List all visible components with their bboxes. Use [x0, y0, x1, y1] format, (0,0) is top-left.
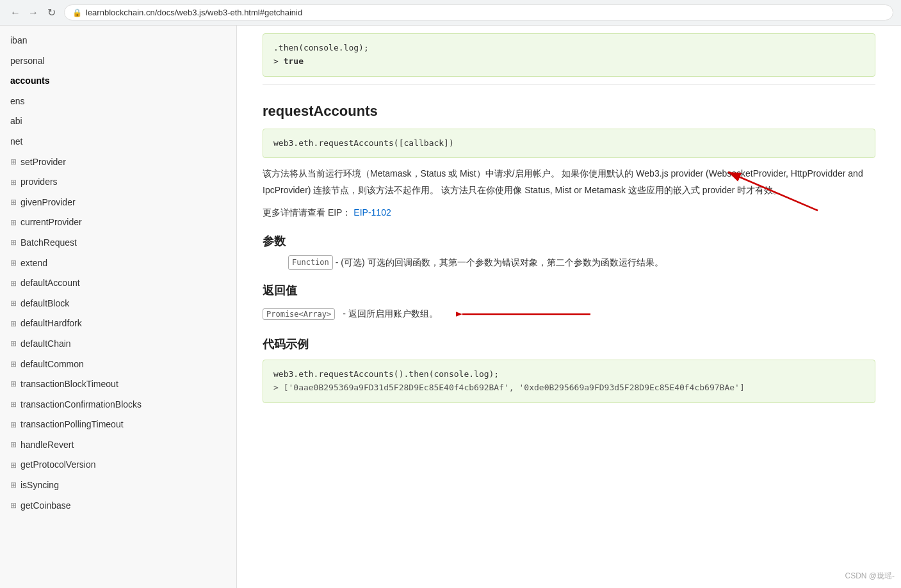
watermark: CSDN @珑瑶-	[845, 571, 895, 582]
sidebar-item-label: extend	[20, 257, 47, 270]
code-example-heading: 代码示例	[263, 337, 875, 352]
description-text: 该方法将从当前运行环境（Metamask，Status 或 Mist）中请求/启…	[263, 166, 875, 198]
sidebar-item-issyncing[interactable]: ⊞isSyncing	[0, 475, 236, 496]
param-list: Function - (可选) 可选的回调函数，其第一个参数为错误对象，第二个参…	[275, 255, 875, 270]
sidebar-item-label: currentProvider	[20, 216, 82, 229]
sidebar-item-label: abi	[10, 115, 22, 128]
sidebar-item-label: BatchRequest	[20, 237, 77, 250]
params-heading: 参数	[263, 234, 875, 249]
sidebar-item-providers[interactable]: ⊞providers	[0, 172, 236, 193]
code-example-block: web3.eth.requestAccounts().then(console.…	[263, 360, 875, 403]
plus-icon: ⊞	[10, 218, 17, 228]
sidebar-item-currentprovider[interactable]: ⊞currentProvider	[0, 212, 236, 233]
sidebar-item-defaulthardfork[interactable]: ⊞defaultHardfork	[0, 314, 236, 334]
forward-button[interactable]: →	[26, 5, 41, 20]
sidebar-item-getprotocolversion[interactable]: ⊞getProtocolVersion	[0, 455, 236, 475]
sidebar-item-label: transactionPollingTimeout	[20, 418, 124, 431]
sidebar-item-handlerevert[interactable]: ⊞handleRevert	[0, 435, 236, 456]
reload-button[interactable]: ↻	[44, 5, 59, 20]
section-divider	[263, 84, 875, 85]
plus-icon: ⊞	[10, 278, 17, 289]
promise-array-tag: Promise<Array>	[263, 308, 335, 320]
sidebar-item-defaultchain[interactable]: ⊞defaultChain	[0, 334, 236, 354]
sidebar-item-defaultblock[interactable]: ⊞defaultBlock	[0, 294, 236, 314]
sidebar-item-iban[interactable]: iban	[0, 31, 236, 51]
sidebar-item-ens[interactable]: ens	[0, 91, 236, 112]
sidebar-item-net[interactable]: net	[0, 132, 236, 152]
sidebar-item-transactionpollingtimeout[interactable]: ⊞transactionPollingTimeout	[0, 415, 236, 435]
plus-icon: ⊞	[10, 420, 17, 431]
code-example-line1: web3.eth.requestAccounts().then(console.…	[273, 368, 864, 381]
top-code-block: .then(console.log); > true	[263, 33, 875, 77]
sidebar-item-label: ens	[10, 95, 25, 108]
arrow-annotation-2	[456, 305, 597, 324]
sidebar-item-label: transactionBlockTimeout	[20, 378, 118, 391]
returns-description: - 返回所启用账户数组。	[343, 308, 438, 320]
sidebar-item-label: accounts	[10, 75, 49, 88]
plus-icon: ⊞	[10, 177, 17, 188]
url-text: learnblockchain.cn/docs/web3.js/web3-eth…	[86, 8, 302, 17]
sidebar-item-label: getProtocolVersion	[20, 459, 96, 472]
sidebar-item-label: defaultChain	[20, 338, 71, 351]
syntax-code-text: web3.eth.requestAccounts([callback])	[273, 138, 454, 148]
sidebar-item-label: defaultBlock	[20, 298, 69, 310]
sidebar-item-accounts[interactable]: accounts	[0, 71, 236, 91]
plus-icon: ⊞	[10, 157, 17, 168]
plus-icon: ⊞	[10, 460, 17, 471]
plus-icon: ⊞	[10, 440, 17, 450]
sidebar-item-setprovider[interactable]: ⊞setProvider	[0, 152, 236, 173]
section-heading: requestAccounts	[263, 103, 875, 120]
top-code-line2: > true	[273, 55, 864, 68]
lock-icon: 🔒	[72, 8, 82, 17]
sidebar-item-label: providers	[20, 176, 58, 189]
main-content: .then(console.log); > true requestAccoun…	[237, 26, 901, 588]
sidebar-item-batchrequest[interactable]: ⊞BatchRequest	[0, 233, 236, 253]
sidebar-item-label: transactionConfirmationBlocks	[20, 399, 142, 411]
sidebar-item-label: personal	[10, 55, 45, 68]
sidebar-item-label: isSyncing	[20, 479, 59, 492]
sidebar-item-abi[interactable]: abi	[0, 111, 236, 132]
sidebar-item-label: iban	[10, 35, 27, 47]
syntax-code-block: web3.eth.requestAccounts([callback])	[263, 129, 875, 159]
plus-icon: ⊞	[10, 359, 17, 370]
plus-icon: ⊞	[10, 258, 17, 269]
page-layout: ibanpersonalaccountsensabinet⊞setProvide…	[0, 26, 901, 588]
plus-icon: ⊞	[10, 319, 17, 330]
eip-link[interactable]: EIP-1102	[353, 207, 391, 218]
sidebar-item-defaultcommon[interactable]: ⊞defaultCommon	[0, 354, 236, 375]
param-description: - (可选) 可选的回调函数，其第一个参数为错误对象，第二个参数为函数运行结果。	[336, 255, 663, 269]
sidebar-item-personal[interactable]: personal	[0, 51, 236, 72]
eip-line: 更多详情请查看 EIP： EIP-1102	[263, 205, 875, 221]
sidebar-item-label: net	[10, 136, 22, 148]
sidebar-item-label: defaultAccount	[20, 277, 80, 290]
sidebar-item-givenprovider[interactable]: ⊞givenProvider	[0, 193, 236, 213]
returns-container: Promise<Array> - 返回所启用账户数组。	[263, 305, 875, 324]
back-button[interactable]: ←	[8, 5, 23, 20]
sidebar-item-extend[interactable]: ⊞extend	[0, 253, 236, 274]
sidebar-item-label: defaultCommon	[20, 358, 84, 371]
plus-icon: ⊞	[10, 480, 17, 491]
sidebar-item-label: setProvider	[20, 156, 66, 169]
sidebar-item-transactionblocktimeout[interactable]: ⊞transactionBlockTimeout	[0, 374, 236, 395]
sidebar-item-getcoinbase[interactable]: ⊞getCoinbase	[0, 496, 236, 516]
param-item-1: Function - (可选) 可选的回调函数，其第一个参数为错误对象，第二个参…	[275, 255, 875, 270]
sidebar: ibanpersonalaccountsensabinet⊞setProvide…	[0, 26, 237, 588]
plus-icon: ⊞	[10, 197, 17, 208]
plus-icon: ⊞	[10, 338, 17, 349]
top-code-line1: .then(console.log);	[273, 42, 864, 55]
plus-icon: ⊞	[10, 379, 17, 390]
sidebar-item-transactionconfirmationblocks[interactable]: ⊞transactionConfirmationBlocks	[0, 395, 236, 415]
address-bar[interactable]: 🔒 learnblockchain.cn/docs/web3.js/web3-e…	[64, 4, 893, 20]
sidebar-item-label: handleRevert	[20, 439, 74, 452]
sidebar-item-defaultaccount[interactable]: ⊞defaultAccount	[0, 273, 236, 294]
sidebar-item-label: givenProvider	[20, 196, 76, 209]
plus-icon: ⊞	[10, 399, 17, 410]
eip-prefix: 更多详情请查看 EIP：	[263, 207, 351, 218]
function-tag: Function	[288, 255, 333, 270]
browser-bar: ← → ↻ 🔒 learnblockchain.cn/docs/web3.js/…	[0, 0, 901, 26]
plus-icon: ⊞	[10, 500, 17, 511]
returns-heading: 返回值	[263, 283, 875, 298]
plus-icon: ⊞	[10, 298, 17, 309]
sidebar-item-label: defaultHardfork	[20, 317, 82, 330]
sidebar-item-label: getCoinbase	[20, 500, 71, 513]
